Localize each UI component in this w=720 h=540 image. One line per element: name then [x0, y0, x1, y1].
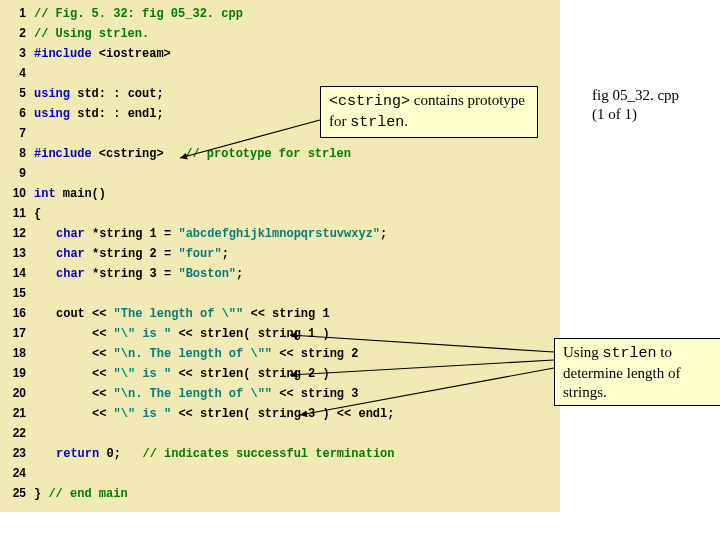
code-text: int main()	[34, 187, 106, 201]
line-number: 10	[0, 186, 34, 200]
code-text: << "\n. The length of \"" << string 2	[34, 347, 358, 361]
line-number: 9	[0, 166, 34, 180]
callout-code: <cstring>	[329, 93, 410, 110]
code-text: << "\n. The length of \"" << string 3	[34, 387, 358, 401]
line-number: 23	[0, 446, 34, 460]
line-number: 25	[0, 486, 34, 500]
line-number: 18	[0, 346, 34, 360]
code-text: // Using strlen.	[34, 27, 149, 41]
callout-code: strlen	[350, 114, 404, 131]
code-text: char *string 1 = "abcdefghijklmnopqrstuv…	[34, 227, 387, 241]
line-number: 7	[0, 126, 34, 140]
line-number: 2	[0, 26, 34, 40]
code-text: char *string 3 = "Boston";	[34, 267, 243, 281]
code-text: return 0; // indicates successful termin…	[34, 447, 394, 461]
code-text: using std: : endl;	[34, 107, 164, 121]
code-text: char *string 2 = "four";	[34, 247, 229, 261]
code-text: } // end main	[34, 487, 128, 501]
slide: 1// Fig. 5. 32: fig 05_32. cpp 2// Using…	[0, 0, 720, 540]
code-text: << "\" is " << strlen( string 1 )	[34, 327, 330, 341]
line-number: 14	[0, 266, 34, 280]
code-text: cout << "The length of \"" << string 1	[34, 307, 330, 321]
line-number: 24	[0, 466, 34, 480]
line-number: 17	[0, 326, 34, 340]
line-number: 19	[0, 366, 34, 380]
line-number: 13	[0, 246, 34, 260]
code-text: #include <iostream>	[34, 47, 171, 61]
line-number: 4	[0, 66, 34, 80]
code-text: using std: : cout;	[34, 87, 164, 101]
line-number: 21	[0, 406, 34, 420]
code-text: << "\" is " << strlen( string 3 ) << end…	[34, 407, 394, 421]
file-label: fig 05_32. cpp (1 of 1)	[592, 86, 679, 124]
line-number: 20	[0, 386, 34, 400]
code-text: // Fig. 5. 32: fig 05_32. cpp	[34, 7, 243, 21]
line-number: 1	[0, 6, 34, 20]
line-number: 16	[0, 306, 34, 320]
callout-cstring: <cstring> contains prototype for strlen.	[320, 86, 538, 138]
code-text: {	[34, 207, 41, 221]
code-listing: 1// Fig. 5. 32: fig 05_32. cpp 2// Using…	[0, 0, 560, 512]
line-number: 22	[0, 426, 34, 440]
code-text: #include <cstring> // prototype for strl…	[34, 147, 351, 161]
file-name: fig 05_32. cpp	[592, 86, 679, 105]
code-text: << "\" is " << strlen( string 2 )	[34, 367, 330, 381]
line-number: 12	[0, 226, 34, 240]
line-number: 15	[0, 286, 34, 300]
line-number: 8	[0, 146, 34, 160]
file-page: (1 of 1)	[592, 105, 679, 124]
line-number: 3	[0, 46, 34, 60]
callout-strlen: Using strlen to determine length of stri…	[554, 338, 720, 406]
line-number: 11	[0, 206, 34, 220]
line-number: 6	[0, 106, 34, 120]
callout-code: strlen	[603, 345, 657, 362]
line-number: 5	[0, 86, 34, 100]
